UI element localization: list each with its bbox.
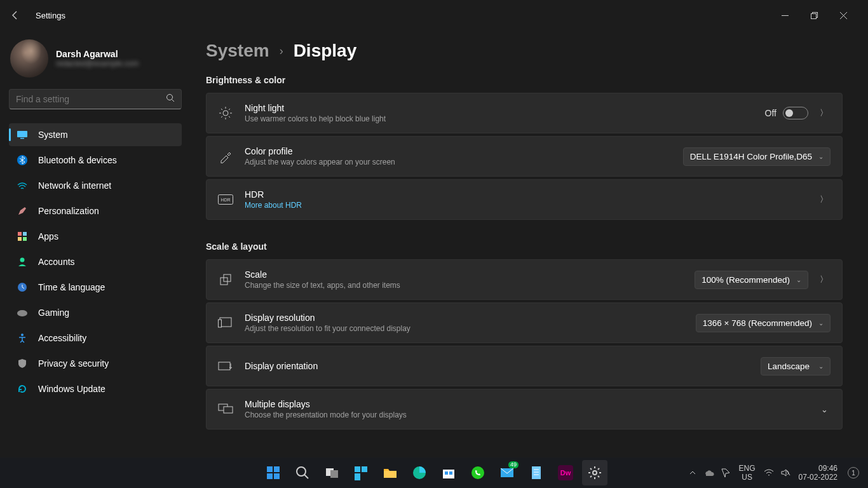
minimize-button[interactable] — [770, 5, 799, 25]
clock[interactable]: 09:4607-02-2022 — [795, 464, 841, 482]
nav-personalization[interactable]: Personalization — [9, 200, 182, 222]
nav-accounts[interactable]: Accounts — [9, 250, 182, 273]
breadcrumb-parent[interactable]: System — [206, 41, 269, 61]
svg-rect-2 — [811, 13, 816, 18]
maximize-button[interactable] — [799, 5, 829, 25]
color-profile-dropdown[interactable]: DELL E1914H Color Profile,D65⌄ — [683, 147, 831, 166]
row-sub: Use warmer colors to help block blue lig… — [245, 114, 754, 123]
wifi-icon[interactable] — [762, 460, 776, 485]
edge-button[interactable] — [407, 460, 432, 485]
nav-update[interactable]: Windows Update — [9, 377, 182, 400]
nav-time[interactable]: Time & language — [9, 276, 182, 299]
svg-line-6 — [172, 100, 175, 102]
content: System › Display Brightness & color Nigh… — [191, 30, 868, 458]
brush-icon — [17, 205, 28, 217]
row-title: Display orientation — [245, 361, 749, 371]
resolution-dropdown[interactable]: 868 × 488 (Recommended)⌄ — [696, 314, 831, 332]
dropdown-value: 100% (Recommended) — [702, 275, 790, 285]
chevron-right-icon[interactable]: 〉 — [817, 274, 831, 285]
mail-button[interactable]: 49 — [494, 460, 520, 485]
hdr-link[interactable]: More about HDR — [245, 201, 806, 210]
svg-rect-12 — [18, 237, 22, 241]
svg-point-58 — [593, 471, 597, 475]
search-icon — [166, 93, 175, 105]
start-button[interactable] — [261, 460, 286, 485]
svg-rect-54 — [532, 466, 541, 479]
svg-rect-36 — [267, 466, 273, 472]
window-title: Settings — [36, 11, 65, 20]
wifi-icon — [17, 180, 28, 191]
nav-label: Network & internet — [38, 180, 111, 191]
orientation-dropdown[interactable]: Landscape⌄ — [761, 357, 831, 376]
nav-accessibility[interactable]: Accessibility — [9, 327, 182, 349]
svg-point-5 — [167, 95, 173, 100]
breadcrumb: System › Display — [206, 41, 843, 61]
nav-label: System — [38, 130, 68, 140]
nav-privacy[interactable]: Privacy & security — [9, 352, 182, 375]
svg-rect-51 — [449, 471, 452, 475]
dropdown-value: Landscape — [768, 362, 810, 371]
close-button[interactable] — [829, 5, 858, 25]
nav-network[interactable]: Network & internet — [9, 174, 182, 197]
chevron-down-icon: ⌄ — [796, 276, 801, 283]
row-night-light[interactable]: Night lightUse warmer colors to help blo… — [206, 93, 843, 133]
nav-label: Personalization — [38, 206, 99, 216]
svg-rect-32 — [219, 320, 222, 327]
store-button[interactable] — [436, 460, 461, 485]
row-title: HDR — [245, 189, 806, 200]
nav-label: Accessibility — [38, 333, 86, 343]
chevron-down-icon: ⌄ — [818, 320, 824, 327]
tray-chevron-icon[interactable] — [686, 460, 700, 485]
scale-dropdown[interactable]: 100% (Recommended)⌄ — [695, 271, 808, 289]
whatsapp-button[interactable] — [465, 460, 491, 485]
search-input[interactable] — [9, 89, 182, 109]
user-block[interactable]: Darsh Agarwal redacted@example.com — [9, 37, 182, 89]
nav-apps[interactable]: Apps — [9, 225, 182, 248]
svg-rect-46 — [355, 473, 360, 480]
nav-label: Gaming — [38, 308, 69, 318]
breadcrumb-current: Display — [294, 41, 357, 61]
dropdown-value: DELL E1914H Color Profile,D65 — [690, 152, 812, 161]
explorer-button[interactable] — [377, 460, 403, 485]
row-sub: Adjust the resolution to fit your connec… — [245, 324, 684, 333]
night-light-toggle[interactable] — [783, 107, 808, 119]
back-button[interactable] — [10, 10, 36, 20]
svg-point-17 — [21, 334, 24, 336]
svg-rect-49 — [443, 470, 454, 478]
row-hdr[interactable]: HDR HDRMore about HDR 〉 — [206, 179, 843, 220]
row-resolution[interactable]: Display resolutionAdjust the resolution … — [206, 302, 843, 343]
notepad-button[interactable] — [524, 460, 549, 485]
widgets-button[interactable] — [348, 460, 374, 485]
nav-system[interactable]: System — [9, 123, 182, 146]
settings-button[interactable] — [582, 460, 607, 485]
system-tray: ENGUS 09:4607-02-2022 1 — [686, 460, 863, 485]
svg-rect-8 — [20, 138, 24, 139]
nav-gaming[interactable]: Gaming — [9, 301, 182, 324]
volume-icon[interactable] — [778, 460, 792, 485]
svg-rect-44 — [355, 466, 360, 472]
taskview-button[interactable] — [319, 460, 344, 485]
chevron-right-icon[interactable]: 〉 — [817, 194, 831, 205]
titlebar: Settings — [0, 0, 868, 30]
language-indicator[interactable]: ENGUS — [735, 464, 759, 482]
svg-rect-47 — [384, 471, 397, 478]
section-scale: Scale & layout — [206, 241, 843, 252]
row-multiple-displays[interactable]: Multiple displaysChoose the presentation… — [206, 389, 843, 430]
svg-rect-43 — [330, 470, 338, 478]
chevron-down-icon[interactable]: ⌄ — [818, 405, 831, 414]
svg-line-23 — [221, 109, 222, 110]
onedrive-icon[interactable] — [702, 460, 716, 485]
search-field[interactable] — [16, 94, 166, 104]
toggle-state: Off — [765, 108, 776, 118]
nav-label: Windows Update — [38, 384, 105, 394]
row-scale[interactable]: ScaleChange the size of text, apps, and … — [206, 259, 843, 300]
row-color-profile[interactable]: Color profileAdjust the way colors appea… — [206, 136, 843, 177]
row-orientation[interactable]: Display orientation Landscape⌄ — [206, 346, 843, 386]
dreamweaver-button[interactable]: Dw — [553, 460, 578, 485]
notification-badge[interactable]: 1 — [848, 467, 859, 478]
svg-rect-50 — [445, 471, 448, 475]
nav-bluetooth[interactable]: Bluetooth & devices — [9, 149, 182, 172]
chevron-right-icon[interactable]: 〉 — [817, 107, 831, 119]
search-button[interactable] — [290, 460, 315, 485]
location-icon[interactable] — [719, 460, 733, 485]
